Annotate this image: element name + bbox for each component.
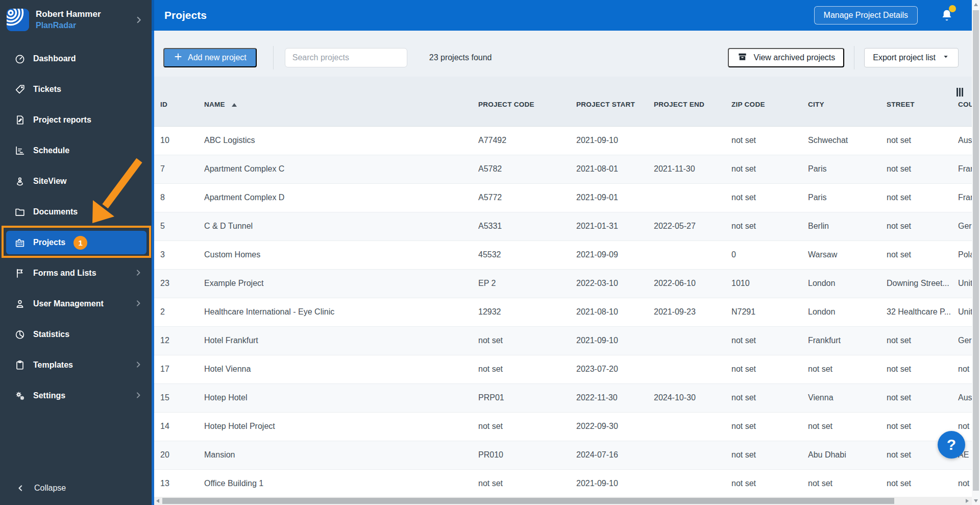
scroll-right-arrow[interactable] [966, 499, 969, 503]
user-profile[interactable]: Robert Hammer PlanRadar [0, 0, 152, 41]
sidebar-item-schedule[interactable]: Schedule [0, 135, 152, 166]
horizontal-scrollbar-thumb[interactable] [162, 498, 894, 504]
sidebar-item-label: Dashboard [33, 54, 76, 63]
sidebar-item-label: Projects [33, 238, 65, 247]
scroll-up-arrow[interactable] [974, 3, 978, 6]
manage-project-details-button[interactable]: Manage Project Details [814, 6, 918, 25]
column-header-name[interactable]: NAME [204, 101, 475, 108]
cell-start: 2023-07-20 [576, 365, 650, 374]
cell-name: Hotep Hotel [204, 393, 475, 402]
cell-zip: not set [731, 136, 804, 145]
sidebar-item-label: Schedule [33, 146, 69, 155]
cell-code: not set [478, 422, 573, 431]
cell-code: A5331 [478, 222, 573, 231]
sidebar-item-label: Project reports [33, 115, 91, 125]
top-header: Projects Manage Project Details [154, 0, 972, 31]
sidebar-collapse-button[interactable]: Collapse [0, 476, 152, 500]
table-row[interactable]: 23Example ProjectEP 22022-03-102022-06-1… [154, 270, 972, 298]
cell-zip: not set [731, 193, 804, 202]
vertical-scrollbar[interactable] [972, 0, 980, 505]
column-header-country[interactable]: COUNTRY [958, 101, 972, 108]
cell-start: 2022-11-30 [576, 393, 650, 402]
cell-country: not set [958, 479, 972, 488]
cell-city: not set [808, 479, 883, 488]
cell-name: Example Project [204, 279, 475, 288]
add-new-project-button[interactable]: Add new project [163, 48, 257, 67]
sidebar-item-project-reports[interactable]: Project reports [0, 105, 152, 135]
sidebar-item-dashboard[interactable]: Dashboard [0, 43, 152, 74]
sidebar-item-projects[interactable]: Projects1 [0, 227, 152, 258]
cell-id: 3 [160, 250, 201, 259]
cell-id: 7 [160, 164, 201, 174]
cell-code: A5772 [478, 193, 573, 202]
sidebar-item-statistics[interactable]: Statistics [0, 319, 152, 350]
column-header-code[interactable]: PROJECT CODE [478, 101, 573, 108]
collapse-label: Collapse [34, 484, 66, 493]
user-org: PlanRadar [36, 21, 76, 30]
cell-street: not set [887, 193, 954, 202]
cell-end: 2021-11-30 [654, 164, 728, 174]
sidebar-item-documents[interactable]: Documents [0, 197, 152, 227]
sidebar-item-user-management[interactable]: User Management [0, 288, 152, 319]
cell-country: France [958, 193, 972, 202]
table-row[interactable]: 7Apartment Complex CA57822021-08-012021-… [154, 155, 972, 184]
cell-id: 5 [160, 222, 201, 231]
table-row[interactable]: 12Hotel Frankfurtnot set2021-09-10not se… [154, 327, 972, 355]
table-row[interactable]: 10ABC LogisticsA774922021-09-10not setSc… [154, 127, 972, 155]
cell-zip: not set [731, 336, 804, 345]
table-row[interactable]: 3Custom Homes455322021-09-090Warsawnot s… [154, 241, 972, 270]
projects-count: 23 projects found [429, 53, 492, 62]
table-row[interactable]: 13Office Building 1not set2021-09-10not … [154, 470, 972, 497]
table-row[interactable]: 8Apartment Complex DA57722021-09-01not s… [154, 184, 972, 212]
column-header-end[interactable]: PROJECT END [654, 101, 728, 108]
cell-name: Hotel Frankfurt [204, 336, 475, 345]
sidebar-item-forms-and-lists[interactable]: Forms and Lists [0, 258, 152, 288]
cell-code: not set [478, 479, 573, 488]
cell-code: PR010 [478, 450, 573, 460]
cell-name: ABC Logistics [204, 136, 475, 145]
sidebar-item-siteview[interactable]: SiteView [0, 166, 152, 197]
sidebar-item-label: Settings [33, 391, 65, 400]
cell-zip: not set [731, 422, 804, 431]
pie-icon [14, 329, 26, 340]
sidebar-item-settings[interactable]: Settings [0, 380, 152, 411]
table-row[interactable]: 15Hotep HotelPRP012022-11-302024-10-30no… [154, 384, 972, 413]
cell-start: 2021-08-10 [576, 307, 650, 317]
cell-street: not set [887, 250, 954, 259]
search-input[interactable] [285, 48, 407, 67]
cell-start: 2021-09-01 [576, 193, 650, 202]
view-archived-projects-button[interactable]: View archived projects [728, 48, 845, 67]
table-row[interactable]: 20MansionPR0102024-07-16not setAbu Dhabi… [154, 441, 972, 470]
column-header-street[interactable]: STREET [887, 101, 954, 108]
notifications-bell-button[interactable] [939, 8, 954, 23]
column-header-zip[interactable]: ZIP CODE [731, 101, 804, 108]
export-project-list-button[interactable]: Export project list [864, 48, 959, 67]
cell-country: Germany [958, 222, 972, 231]
sidebar-item-tickets[interactable]: Tickets [0, 74, 152, 105]
table-row[interactable]: 17Hotel Viennanot set2023-07-20not setno… [154, 355, 972, 384]
table-row[interactable]: 2Healthcare International - Eye Clinic12… [154, 298, 972, 327]
scroll-left-arrow[interactable] [156, 499, 159, 503]
cell-city: not set [808, 422, 883, 431]
cell-street: not set [887, 393, 954, 402]
cell-zip: 0 [731, 250, 804, 259]
sidebar-item-templates[interactable]: Templates [0, 350, 152, 380]
table-row[interactable]: 5C & D TunnelA53312021-01-312022-05-27no… [154, 212, 972, 241]
cell-name: C & D Tunnel [204, 222, 475, 231]
column-header-id[interactable]: ID [160, 101, 201, 108]
cell-zip: 1010 [731, 279, 804, 288]
column-header-start[interactable]: PROJECT START [576, 101, 650, 108]
column-header-city[interactable]: CITY [808, 101, 883, 108]
cell-id: 13 [160, 479, 201, 488]
cell-code: 45532 [478, 250, 573, 259]
cell-name: Healthcare International - Eye Clinic [204, 307, 475, 317]
help-button[interactable]: ? [938, 431, 965, 459]
vertical-scrollbar-thumb[interactable] [973, 10, 979, 491]
cell-city: London [808, 279, 883, 288]
horizontal-scrollbar[interactable] [154, 497, 972, 505]
cell-country: United Kingdom [958, 279, 972, 288]
sidebar-item-label: Documents [33, 207, 78, 217]
scroll-down-arrow[interactable] [974, 499, 978, 502]
column-settings-icon[interactable] [957, 88, 964, 97]
table-row[interactable]: 14Hotep Hotel Projectnot set2022-09-30no… [154, 413, 972, 441]
